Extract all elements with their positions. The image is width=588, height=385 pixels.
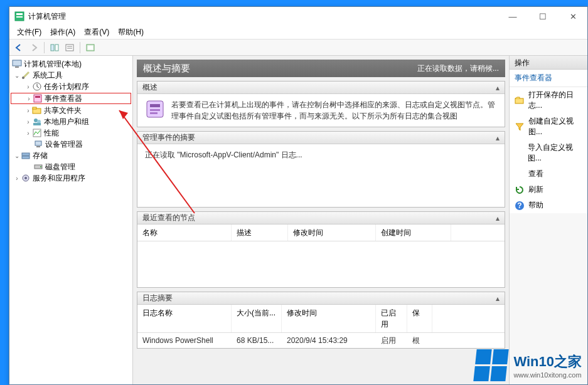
tree-label: 共享文件夹 [44, 105, 82, 116]
minimize-button[interactable]: — [503, 12, 522, 21]
tree-label: 服务和应用程序 [33, 173, 85, 184]
toolbar-btn-2[interactable] [63, 41, 77, 55]
filter-icon [515, 122, 525, 132]
svg-point-29 [24, 177, 27, 179]
center-status: 正在读取数据，请稍候... [417, 63, 499, 74]
tree-pane[interactable]: 计算机管理(本地) ⌄ 系统工具 › 任务计划程序 › 事件查看器 › 共享文件… [9, 56, 133, 384]
tree-devmgr[interactable]: 设备管理器 [11, 139, 131, 150]
tree-root[interactable]: 计算机管理(本地) [11, 58, 131, 70]
action-label: 打开保存的日志... [528, 90, 582, 111]
toolbar-btn-3[interactable] [83, 41, 97, 55]
tree-eventviewer[interactable]: › 事件查看器 [11, 93, 131, 104]
action-view[interactable]: 查看 [510, 166, 587, 182]
tree-tasksched[interactable]: › 任务计划程序 [11, 81, 131, 92]
storage-icon [21, 150, 31, 161]
expander-icon[interactable]: › [24, 130, 32, 137]
eventviewer-icon [33, 93, 43, 103]
menu-view[interactable]: 查看(V) [80, 26, 113, 39]
tree-label: 存储 [33, 150, 48, 161]
toolbar [9, 40, 587, 56]
tree-localusers[interactable]: › 本地用户和组 [11, 116, 131, 127]
menu-file[interactable]: 文件(F) [13, 26, 45, 39]
svg-rect-33 [150, 112, 158, 114]
windows-logo-icon [474, 349, 509, 381]
maximize-button[interactable]: ☐ [533, 12, 552, 21]
tree-label: 磁盘管理 [45, 162, 75, 172]
services-icon [21, 173, 31, 183]
action-help[interactable]: ? 帮助 [510, 198, 587, 213]
svg-rect-1 [16, 13, 23, 15]
col-size[interactable]: 大小(当前... [232, 305, 282, 332]
center-pane: 概述与摘要 正在读取数据，请稍候... 概述 ▴ 若要查看已在计算机上出现的事件… [133, 56, 509, 384]
expander-icon[interactable]: › [24, 83, 32, 90]
menu-action[interactable]: 操作(A) [46, 26, 79, 39]
col-name[interactable]: 名称 [137, 224, 232, 241]
menubar: 文件(F) 操作(A) 查看(V) 帮助(H) [9, 26, 587, 40]
window-title: 计算机管理 [28, 11, 66, 22]
help-icon: ? [515, 201, 525, 211]
action-import-view[interactable]: 导入自定义视图... [510, 140, 587, 166]
summary-section: 管理事件的摘要 ▴ 正在读取 "Microsoft-AppV-Client/Ad… [137, 131, 505, 208]
back-button[interactable] [12, 41, 26, 55]
users-icon [32, 117, 42, 127]
collapse-icon[interactable]: ▴ [496, 83, 500, 92]
logsum-table-header: 日志名称 大小(当前... 修改时间 已启用 保 [137, 305, 505, 333]
collapse-icon[interactable]: ▴ [496, 214, 500, 223]
expander-icon[interactable]: ⌄ [13, 72, 21, 79]
actions-pane: 操作 事件查看器 打开保存的日志... 创建自定义视图... 导入自定义视图..… [509, 56, 587, 384]
expander-icon[interactable]: › [24, 107, 32, 114]
svg-rect-15 [35, 96, 40, 98]
expander-icon[interactable]: › [13, 175, 21, 182]
action-refresh[interactable]: 刷新 [510, 182, 587, 198]
tree-label: 设备管理器 [45, 139, 83, 150]
overview-text: 若要查看已在计算机上出现的事件，请在控制台树中选择相应的来源、日志或自定义视图节… [171, 99, 497, 122]
tree-perf[interactable]: › 性能 [11, 127, 131, 139]
action-create-view[interactable]: 创建自定义视图... [510, 113, 587, 140]
eventviewer-large-icon [145, 99, 165, 119]
section-title: 概述 [142, 82, 158, 93]
titlebar: 计算机管理 — ☐ ✕ [9, 7, 587, 26]
expander-icon[interactable]: › [25, 95, 33, 102]
tree-shared[interactable]: › 共享文件夹 [11, 105, 131, 116]
col-logname[interactable]: 日志名称 [137, 305, 232, 332]
col-desc[interactable]: 描述 [232, 224, 288, 241]
expander-icon[interactable]: ⌄ [13, 152, 21, 159]
col-mod[interactable]: 修改时间 [288, 224, 376, 241]
actions-title: 操作 [510, 56, 587, 70]
collapse-icon[interactable]: ▴ [496, 294, 500, 303]
cell-ret: 根 [407, 333, 432, 348]
device-icon [33, 139, 43, 149]
tree-label: 计算机管理(本地) [24, 59, 82, 70]
svg-rect-31 [150, 104, 160, 107]
forward-button[interactable] [27, 41, 41, 55]
svg-rect-14 [34, 95, 41, 102]
tree-label: 任务计划程序 [44, 82, 89, 92]
action-open-saved[interactable]: 打开保存的日志... [510, 87, 587, 113]
svg-rect-25 [22, 156, 29, 159]
toolbar-btn-1[interactable] [48, 41, 61, 55]
col-ret[interactable]: 保 [407, 305, 432, 332]
watermark-url: www.win10xitong.com [513, 371, 582, 379]
tree-services[interactable]: › 服务和应用程序 [11, 172, 131, 184]
tree-storage[interactable]: ⌄ 存储 [11, 150, 131, 161]
expander-icon[interactable]: › [24, 119, 32, 125]
recent-table-header: 名称 描述 修改时间 创建时间 [137, 224, 505, 241]
close-button[interactable]: ✕ [564, 12, 582, 21]
collapse-icon[interactable]: ▴ [496, 134, 500, 142]
center-header: 概述与摘要 正在读取数据，请稍候... [137, 60, 505, 77]
action-label: 导入自定义视图... [528, 142, 582, 164]
svg-rect-2 [16, 16, 23, 18]
tree-diskmgmt[interactable]: 磁盘管理 [11, 161, 131, 172]
col-enabled[interactable]: 已启用 [376, 305, 407, 332]
watermark-brand: Win10之家 [513, 352, 582, 371]
cell-mod: 2020/9/4 15:43:29 [282, 333, 376, 348]
col-create[interactable]: 创建时间 [376, 224, 451, 241]
menu-help[interactable]: 帮助(H) [114, 26, 147, 39]
col-mod[interactable]: 修改时间 [282, 305, 376, 332]
table-row[interactable]: Windows PowerShell 68 KB/15... 2020/9/4 … [137, 333, 505, 348]
svg-point-27 [40, 166, 41, 167]
section-title: 管理事件的摘要 [142, 132, 195, 143]
toolbar-sep [80, 42, 80, 53]
tree-systools[interactable]: ⌄ 系统工具 [11, 70, 131, 81]
refresh-icon [515, 185, 525, 195]
